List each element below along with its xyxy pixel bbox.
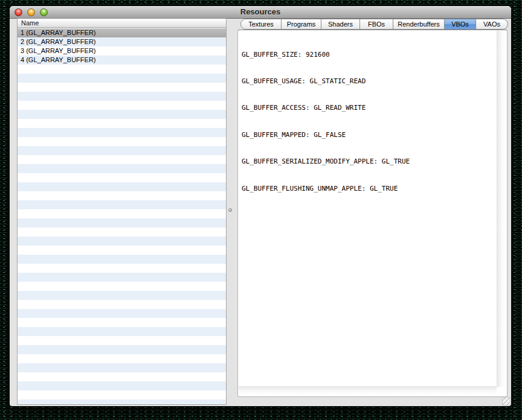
tab-vbos[interactable]: VBOs [445,19,476,30]
split-divider[interactable] [227,18,237,405]
vertical-scrollbar[interactable] [497,31,506,387]
tab-bar: Textures Programs Shaders FBOs Renderbuf… [240,19,508,30]
desktop: { "window": { "title": "Resources", "con… [0,0,522,420]
detail-line: GL_BUFFER_USAGE: GL_STATIC_READ [242,77,494,86]
tab-programs[interactable]: Programs [282,19,321,30]
list-item[interactable]: 2 (GL_ARRAY_BUFFER) [18,37,226,46]
detail-line: GL_BUFFER_SERIALIZED_MODIFY_APPLE: GL_TR… [242,158,494,167]
window-title: Resources [10,6,511,18]
detail-line: GL_BUFFER_SIZE: 921600 [242,51,494,60]
resize-grip-icon[interactable] [502,397,511,406]
resource-list-body[interactable]: 1 (GL_ARRAY_BUFFER) 2 (GL_ARRAY_BUFFER) … [18,28,226,404]
detail-line: GL_BUFFER_FLUSHING_UNMAP_APPLE: GL_TRUE [242,185,494,194]
tab-shaders[interactable]: Shaders [321,19,360,30]
list-item[interactable]: 4 (GL_ARRAY_BUFFER) [18,56,226,65]
window-body: Name 1 (GL_ARRAY_BUFFER) 2 (GL_ARRAY_BUF… [10,18,511,406]
tab-renderbuffers[interactable]: Renderbuffers [393,19,445,30]
horizontal-scrollbar[interactable] [239,386,497,396]
tab-fbos[interactable]: FBOs [360,19,393,30]
list-item[interactable]: 1 (GL_ARRAY_BUFFER) [18,28,226,37]
tab-textures[interactable]: Textures [240,19,282,30]
resource-list: Name 1 (GL_ARRAY_BUFFER) 2 (GL_ARRAY_BUF… [17,18,227,405]
detail-line: GL_BUFFER_ACCESS: GL_READ_WRITE [242,104,494,113]
detail-line: GL_BUFFER_MAPPED: GL_FALSE [242,131,494,140]
tab-vaos[interactable]: VAOs [476,19,508,30]
resources-window: Resources Name 1 (GL_ARRAY_BUFFER) 2 (GL… [10,6,511,406]
column-header-name[interactable]: Name [18,19,226,28]
list-item[interactable]: 3 (GL_ARRAY_BUFFER) [18,46,226,56]
details-pane: GL_BUFFER_SIZE: 921600 GL_BUFFER_USAGE: … [237,30,507,397]
splitter-dimple-icon [228,208,232,212]
buffer-properties: GL_BUFFER_SIZE: 921600 GL_BUFFER_USAGE: … [242,33,494,211]
titlebar[interactable]: Resources [10,6,511,19]
